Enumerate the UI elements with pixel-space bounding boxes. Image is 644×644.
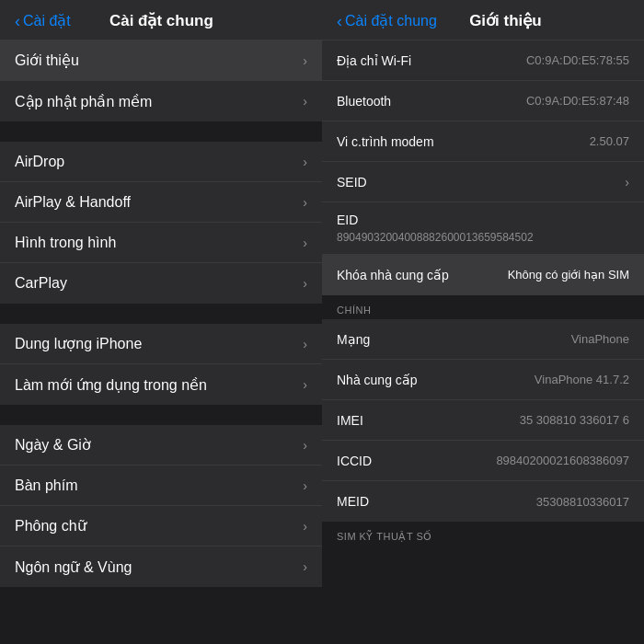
left-section-4: Ngày & Giờ › Bàn phím › Phông chữ › Ngôn…: [0, 425, 322, 587]
right-row-modem: Vi c.trình modem 2.50.07: [322, 121, 644, 162]
left-item-language-label: Ngôn ngữ & Vùng: [15, 558, 132, 576]
left-item-fonts[interactable]: Phông chữ ›: [0, 506, 322, 546]
right-info-section-chinh: Mạng VinaPhone Nhà cung cấp VinaPhone 41…: [322, 319, 644, 522]
left-item-datetime[interactable]: Ngày & Giờ ›: [0, 425, 322, 466]
chevron-right-icon: ›: [303, 276, 307, 291]
modem-label: Vi c.trình modem: [337, 134, 434, 149]
left-item-keyboard-label: Bàn phím: [15, 477, 77, 494]
right-row-nhacungcap: Nhà cung cấp VinaPhone 41.7.2: [322, 360, 644, 400]
chevron-right-icon: ›: [303, 155, 307, 169]
carrier-lock-value: Không có giới hạn SIM: [508, 268, 629, 282]
chevron-right-icon: ›: [303, 478, 307, 493]
left-item-airdrop-label: AirDrop: [15, 154, 64, 170]
chevron-right-icon: ›: [303, 195, 307, 210]
nhacungcap-value: VinaPhone 41.7.2: [535, 373, 629, 386]
carrier-lock-label: Khóa nhà cung cấp: [337, 268, 449, 282]
chevron-right-icon: ›: [303, 377, 307, 392]
wifi-label: Địa chỉ Wi-Fi: [337, 53, 411, 68]
separator-2: [0, 305, 322, 324]
left-item-airdrop[interactable]: AirDrop ›: [0, 142, 322, 182]
chevron-right-icon: ›: [303, 236, 307, 250]
left-item-language[interactable]: Ngôn ngữ & Vùng ›: [0, 546, 322, 587]
modem-value: 2.50.07: [590, 134, 629, 148]
right-row-eid: EID 89049032004008882600013659584502: [322, 202, 644, 255]
left-section-3: Dung lượng iPhone › Làm mới ứng dụng tro…: [0, 324, 322, 405]
separator-1: [0, 123, 322, 142]
chevron-right-icon: ›: [303, 337, 307, 351]
left-item-refresh-label: Làm mới ứng dụng trong nền: [15, 376, 207, 394]
chevron-right-icon: ›: [303, 519, 307, 534]
right-header: ‹ Cài đặt chung Giới thiệu: [322, 0, 644, 40]
right-row-bluetooth: Bluetooth C0:9A:D0:E5:87:48: [322, 81, 644, 121]
left-item-storage[interactable]: Dung lượng iPhone ›: [0, 324, 322, 364]
meid-value: 35308810336017: [536, 495, 629, 509]
right-row-wifi: Địa chỉ Wi-Fi C0:9A:D0:E5:78:55: [322, 40, 644, 81]
right-back-button[interactable]: ‹ Cài đặt chung: [337, 12, 437, 29]
left-back-label: Cài đặt: [23, 12, 71, 29]
left-item-refresh[interactable]: Làm mới ứng dụng trong nền ›: [0, 364, 322, 405]
eid-value: 89049032004008882600013659584502: [337, 231, 629, 244]
left-header: ‹ Cài đặt Cài đặt chung: [0, 0, 322, 40]
left-panel: ‹ Cài đặt Cài đặt chung Giới thiệu › Cập…: [0, 0, 322, 644]
left-item-fonts-label: Phông chữ: [15, 517, 86, 535]
right-row-carrier-lock: Khóa nhà cung cấp Không có giới hạn SIM: [322, 255, 644, 295]
section-sim-header: SIM KỸ THUẬT SỐ: [322, 523, 644, 546]
separator-3: [0, 407, 322, 425]
right-header-title: Giới thiệu: [437, 11, 574, 30]
left-item-datetime-label: Ngày & Giờ: [15, 436, 91, 454]
right-row-iccid: ICCID 89840200021608386097: [322, 441, 644, 481]
right-back-chevron-icon: ‹: [337, 13, 342, 29]
left-section-1: Giới thiệu › Cập nhật phần mềm ›: [0, 40, 322, 121]
right-row-imei: IMEI 35 308810 336017 6: [322, 400, 644, 441]
chevron-right-icon: ›: [303, 53, 307, 68]
meid-label: MEID: [337, 494, 369, 509]
left-item-airplay-label: AirPlay & Handoff: [15, 194, 131, 211]
iccid-value: 89840200021608386097: [496, 454, 629, 467]
left-back-chevron-icon: ‹: [15, 13, 20, 29]
section-chinh-header: CHÍNH: [322, 297, 644, 319]
left-item-carplay[interactable]: CarPlay ›: [0, 263, 322, 304]
left-item-capnhat[interactable]: Cập nhật phần mềm ›: [0, 81, 322, 121]
left-back-button[interactable]: ‹ Cài đặt: [15, 12, 71, 29]
wifi-value: C0:9A:D0:E5:78:55: [526, 53, 629, 67]
left-item-pictureInPicture[interactable]: Hình trong hình ›: [0, 223, 322, 263]
left-item-storage-label: Dung lượng iPhone: [15, 335, 142, 352]
nhacungcap-label: Nhà cung cấp: [337, 373, 418, 387]
imei-label: IMEI: [337, 413, 363, 428]
right-back-label: Cài đặt chung: [345, 12, 437, 29]
left-item-capnhat-label: Cập nhật phần mềm: [15, 93, 152, 110]
right-row-meid: MEID 35308810336017: [322, 481, 644, 522]
bluetooth-value: C0:9A:D0:E5:87:48: [526, 94, 629, 108]
left-item-keyboard[interactable]: Bàn phím ›: [0, 466, 322, 506]
right-row-mang: Mạng VinaPhone: [322, 319, 644, 360]
seid-chevron-icon: ›: [625, 175, 629, 190]
iccid-label: ICCID: [337, 454, 372, 468]
chevron-right-icon: ›: [303, 559, 307, 574]
left-item-airplay[interactable]: AirPlay & Handoff ›: [0, 182, 322, 223]
eid-label: EID: [337, 213, 629, 227]
right-panel: ‹ Cài đặt chung Giới thiệu Địa chỉ Wi-Fi…: [322, 0, 644, 644]
mang-label: Mạng: [337, 332, 370, 347]
left-section-2: AirDrop › AirPlay & Handoff › Hình trong…: [0, 142, 322, 304]
imei-value: 35 308810 336017 6: [520, 413, 629, 427]
chevron-right-icon: ›: [303, 438, 307, 453]
chevron-right-icon: ›: [303, 94, 307, 109]
right-info-section-main: Địa chỉ Wi-Fi C0:9A:D0:E5:78:55 Bluetoot…: [322, 40, 644, 295]
left-item-carplay-label: CarPlay: [15, 275, 67, 292]
seid-label: SEID: [337, 175, 367, 190]
bluetooth-label: Bluetooth: [337, 94, 391, 109]
left-item-gioithieu-label: Giới thiệu: [15, 52, 79, 69]
mang-value: VinaPhone: [571, 332, 629, 346]
right-row-seid[interactable]: SEID ›: [322, 162, 644, 202]
left-header-title: Cài đặt chung: [71, 11, 252, 30]
left-item-pip-label: Hình trong hình: [15, 235, 116, 251]
left-item-gioithieu[interactable]: Giới thiệu ›: [0, 40, 322, 81]
